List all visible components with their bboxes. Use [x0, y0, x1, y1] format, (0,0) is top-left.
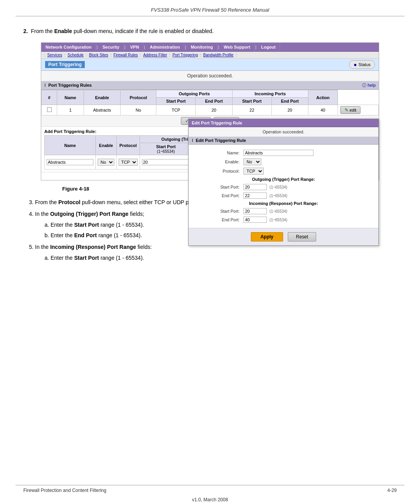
subnav-address-filter[interactable]: Address Filter: [143, 53, 167, 57]
protocol-label: Protocol:: [195, 166, 242, 176]
col-enable: Enable: [84, 90, 120, 105]
subnav-port-triggering[interactable]: Port Triggering: [172, 53, 198, 57]
incoming-start-row: Start Port: (1~65534): [195, 207, 372, 215]
table-row: 1 Abstracts No TCP 20 22 20 40 ✎ edit: [42, 105, 379, 116]
col-incoming-start: Start Port: [232, 98, 271, 105]
add-col-enable: Enable: [96, 136, 116, 155]
edit-panel-nav: Edit Port Triggering Rule: [189, 119, 378, 127]
add-enable-select[interactable]: No Yes: [98, 159, 114, 166]
name-row: Name:: [195, 149, 372, 157]
outgoing-end-row: End Port: (1~65534): [195, 191, 372, 200]
page-content: 2. From the Enable pull-down menu, indic…: [0, 16, 420, 273]
nav-item-administration[interactable]: Administration: [146, 43, 184, 51]
col-name: Name: [57, 90, 84, 105]
row-name: Abstracts: [84, 105, 120, 116]
add-col-protocol: Protocol: [116, 136, 140, 155]
port-triggering-rules-table: # Name Enable Protocol Outgoing Ports In…: [41, 90, 379, 116]
port-triggering-rules-title: ⁝ Port Triggering Rules: [44, 83, 92, 88]
status-button[interactable]: ● Status: [349, 60, 375, 69]
incoming-title-row: Incoming (Response) Port Range:: [195, 200, 372, 207]
enable-select[interactable]: No Yes: [243, 158, 261, 165]
edit-label: edit: [350, 108, 357, 112]
reset-button[interactable]: Reset: [288, 232, 316, 242]
nav-item-monitoring[interactable]: Monitoring: [187, 43, 217, 51]
nav-item-network-configuration[interactable]: Network Configuration: [41, 43, 96, 51]
incoming-section-title: Incoming (Response) Port Range:: [195, 200, 372, 207]
col-outgoing-start: Start Port: [156, 98, 196, 105]
incoming-start-label: Start Port:: [195, 207, 242, 215]
outgoing-title-row: Outgoing (Trigger) Port Range:: [195, 176, 372, 183]
edit-buttons: Apply Reset: [189, 228, 378, 245]
subnav-schedule[interactable]: Schedule: [67, 53, 84, 57]
outgoing-end-cell: (1~65534): [242, 191, 372, 200]
manual-title: FVS338 ProSafe VPN Firewall 50 Reference…: [151, 7, 269, 13]
start-port-bold-5a: Start Port: [74, 255, 99, 261]
incoming-end-cell: (1~65534): [242, 215, 372, 224]
name-input[interactable]: [243, 150, 313, 156]
edit-form: Name: Enable: No Yes: [189, 145, 378, 228]
add-name-input[interactable]: [47, 159, 93, 165]
end-port-bold-4b: End Port: [74, 232, 97, 238]
nav-item-web-support[interactable]: Web Support: [220, 43, 254, 51]
outgoing-end-input[interactable]: [243, 192, 267, 199]
edit-panel-section-header: ⁝ Edit Port Triggering Rule: [189, 137, 378, 145]
add-outgoing-start-cell: [140, 155, 192, 170]
subnav-services[interactable]: Services: [47, 53, 62, 57]
page-header: FVS338 ProSafe VPN Firewall 50 Reference…: [0, 0, 420, 16]
col-action: Action: [308, 90, 338, 105]
edit-button[interactable]: ✎ edit: [340, 106, 361, 114]
enable-row: Enable: No Yes: [195, 157, 372, 166]
add-outgoing-start-input[interactable]: [142, 159, 190, 165]
add-protocol-select[interactable]: TCP UDP: [119, 159, 138, 166]
help-button[interactable]: ⓘ help: [362, 82, 376, 88]
incoming-start-cell: (1~65534): [242, 207, 372, 215]
intro-bold: Enable: [54, 28, 72, 34]
subnav-firewall-rules[interactable]: Firewall Rules: [114, 53, 138, 57]
nav-item-vpn[interactable]: VPN: [126, 43, 144, 51]
apply-button[interactable]: Apply: [251, 232, 283, 242]
nav-item-security[interactable]: Security: [98, 43, 123, 51]
outgoing-start-input[interactable]: [243, 184, 267, 190]
protocol-select[interactable]: TCP UDP: [243, 168, 264, 175]
start-port-bold-4a: Start Port: [74, 222, 99, 228]
row-outgoing-start: 20: [196, 105, 232, 116]
row-incoming-start: 20: [271, 105, 308, 116]
edit-form-table: Name: Enable: No Yes: [195, 149, 372, 224]
enable-value-cell: No Yes: [242, 157, 372, 166]
operation-success-main: Operation succeeded.: [41, 71, 379, 81]
row-checkbox[interactable]: [42, 105, 57, 116]
edit-panel-section-title: Edit Port Triggering Rule: [196, 138, 246, 143]
row-action[interactable]: ✎ edit: [338, 105, 378, 116]
incoming-end-label: End Port:: [195, 215, 242, 224]
outgoing-start-row: Start Port: (1~65534): [195, 183, 372, 191]
enable-label: Enable:: [195, 157, 242, 166]
edit-panel-op-success: Operation succeeded.: [189, 127, 378, 137]
incoming-start-input[interactable]: [243, 208, 267, 214]
col-outgoing-end: End Port: [196, 98, 232, 105]
incoming-end-input[interactable]: [243, 217, 267, 223]
op-success-text: Operation succeeded.: [187, 73, 233, 79]
subnav-block-sites[interactable]: Block Sites: [89, 53, 108, 57]
outgoing-start-label: Start Port:: [195, 183, 242, 191]
edit-icon: ✎: [345, 107, 348, 113]
incoming-end-row: End Port: (1~65534): [195, 215, 372, 224]
subnav-bandwidth-profile[interactable]: Bandwidth Profile: [203, 53, 234, 57]
sub-list-5: Enter the Start Port range (1 - 65534).: [51, 254, 397, 263]
edit-panel: Edit Port Triggering Rule Operation succ…: [188, 119, 379, 246]
footer-right: 4-29: [387, 488, 397, 493]
page-footer: Firewall Protection and Content Filterin…: [0, 485, 420, 504]
sub-item-5a: Enter the Start Port range (1 - 65534).: [51, 254, 397, 263]
protocol-value-cell: TCP UDP: [242, 166, 372, 176]
intro-text-after: pull-down menu, indicate if the rule is …: [72, 28, 214, 34]
outgoing-section-title: Outgoing (Trigger) Port Range:: [195, 176, 372, 183]
sub-nav: :: Services :: Schedule :: Block Sites :…: [41, 52, 379, 59]
add-enable-cell: No Yes: [96, 155, 116, 170]
add-protocol-cell: TCP UDP: [116, 155, 140, 170]
col-outgoing-ports: Outgoing Ports: [156, 90, 232, 98]
name-value-cell: [242, 149, 372, 157]
outgoing-trigger-bold: Outgoing (Trigger) Port Range: [50, 211, 128, 217]
col-incoming-end: End Port: [271, 98, 308, 105]
nav-item-logout[interactable]: Logout: [257, 43, 280, 51]
edit-panel-nav-label: Edit Port Triggering Rule: [192, 121, 242, 125]
protocol-bold: Protocol: [58, 199, 80, 205]
